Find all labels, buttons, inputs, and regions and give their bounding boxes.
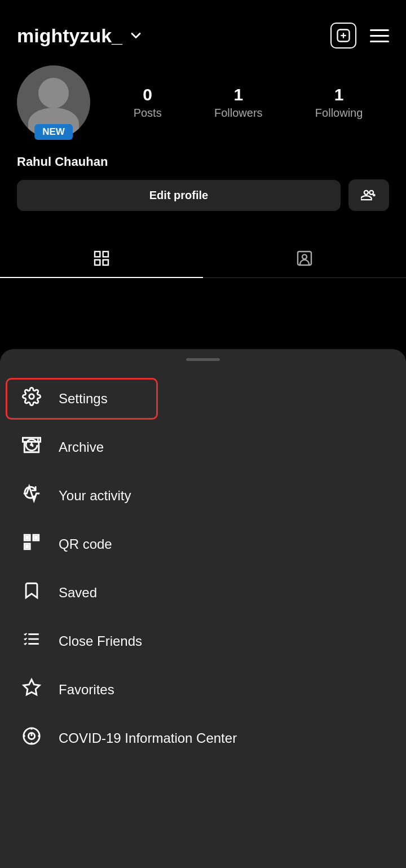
svg-marker-31 — [24, 643, 27, 645]
star-icon — [20, 678, 43, 702]
username[interactable]: mightyzuk_ — [17, 25, 122, 47]
svg-rect-16 — [26, 545, 28, 548]
avatar-container[interactable]: NEW — [17, 65, 90, 139]
favorites-label: Favorites — [59, 682, 114, 698]
menu-item-close-friends[interactable]: Close Friends — [0, 617, 406, 666]
svg-rect-5 — [95, 260, 100, 265]
menu-item-archive[interactable]: Archive — [0, 423, 406, 472]
svg-rect-14 — [35, 536, 37, 539]
saved-label: Saved — [59, 585, 97, 601]
bookmark-icon — [20, 581, 43, 605]
header-left: mightyzuk_ — [17, 25, 144, 47]
hamburger-menu-button[interactable] — [370, 29, 389, 42]
svg-marker-30 — [24, 638, 27, 640]
covid-icon — [20, 726, 43, 750]
action-buttons: Edit profile — [17, 179, 389, 211]
qr-code-icon — [20, 532, 43, 556]
menu-item-settings[interactable]: Settings — [0, 374, 406, 423]
menu-item-covid[interactable]: COVID-19 Information Center — [0, 714, 406, 763]
settings-icon — [20, 387, 43, 411]
following-count: 1 — [334, 85, 344, 104]
activity-icon — [20, 484, 43, 508]
profile-info-row: NEW 0 Posts 1 Followers 1 Following — [17, 65, 389, 139]
svg-rect-12 — [26, 536, 28, 539]
tab-bar — [0, 239, 406, 278]
edit-profile-button[interactable]: Edit profile — [17, 180, 341, 211]
tagged-icon — [295, 249, 314, 267]
close-friends-icon — [20, 629, 43, 653]
close-friends-label: Close Friends — [59, 633, 142, 649]
posts-label: Posts — [134, 107, 162, 120]
header-actions — [330, 23, 389, 49]
following-stat[interactable]: 1 Following — [315, 85, 363, 120]
header: mightyzuk_ — [0, 0, 406, 60]
sheet-handle — [186, 358, 220, 361]
svg-point-9 — [29, 394, 34, 399]
menu-item-your-activity[interactable]: Your activity — [0, 472, 406, 520]
profile-name: Rahul Chauhan — [17, 155, 389, 169]
archive-label: Archive — [59, 439, 104, 455]
posts-stat[interactable]: 0 Posts — [134, 85, 162, 120]
followers-stat[interactable]: 1 Followers — [214, 85, 263, 120]
add-person-icon — [361, 187, 377, 203]
archive-icon — [20, 435, 43, 459]
new-post-button[interactable] — [330, 23, 356, 49]
settings-label: Settings — [59, 391, 108, 407]
menu-item-favorites[interactable]: Favorites — [0, 666, 406, 714]
svg-marker-32 — [24, 680, 39, 695]
menu-item-saved[interactable]: Saved — [0, 569, 406, 617]
grid-icon — [92, 249, 111, 267]
svg-marker-29 — [24, 633, 27, 635]
add-person-button[interactable] — [348, 179, 389, 211]
followers-label: Followers — [214, 107, 263, 120]
tab-grid[interactable] — [0, 239, 203, 277]
chevron-down-icon[interactable] — [128, 28, 144, 43]
your-activity-label: Your activity — [59, 488, 131, 504]
stats-row: 0 Posts 1 Followers 1 Following — [107, 85, 389, 120]
svg-rect-4 — [103, 252, 108, 257]
tab-tagged[interactable] — [203, 239, 406, 277]
bottom-sheet: Settings Archive — [0, 349, 406, 868]
profile-section: NEW 0 Posts 1 Followers 1 Following Rahu… — [0, 60, 406, 239]
followers-count: 1 — [233, 85, 243, 104]
svg-rect-3 — [95, 252, 100, 257]
avatar-head — [38, 78, 69, 108]
covid-label: COVID-19 Information Center — [59, 730, 237, 746]
new-badge: NEW — [34, 124, 73, 140]
svg-point-8 — [302, 254, 307, 259]
svg-rect-6 — [103, 260, 108, 265]
following-label: Following — [315, 107, 363, 120]
qr-code-label: QR code — [59, 536, 112, 552]
posts-count: 0 — [143, 85, 152, 104]
menu-item-qr-code[interactable]: QR code — [0, 520, 406, 569]
